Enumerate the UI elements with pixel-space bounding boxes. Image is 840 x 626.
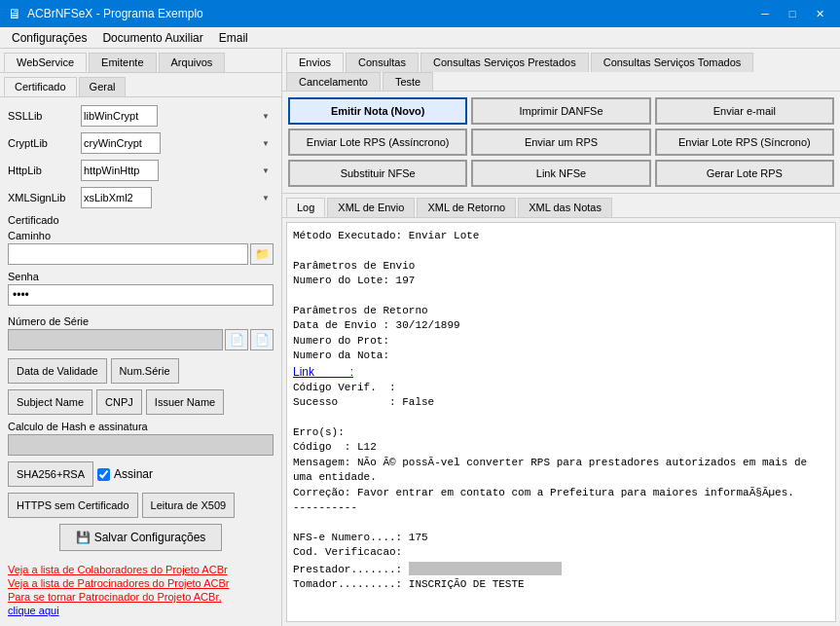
tab-webservice[interactable]: WebService — [4, 53, 87, 72]
minimize-button[interactable]: ─ — [752, 4, 778, 23]
action-buttons-grid: Emitir Nota (Novo) Imprimir DANFSe Envia… — [282, 92, 840, 194]
sha256rsa-btn[interactable]: SHA256+RSA — [8, 461, 93, 487]
xmlsignlib-row: XMLSignLib xsLibXml2 — [8, 187, 274, 208]
tab-cancelamento[interactable]: Cancelamento — [286, 72, 381, 91]
hash-section-label: Calculo de Hash e assinatura — [8, 421, 274, 432]
cryptlib-select[interactable]: cryWinCrypt — [81, 132, 161, 154]
save-config-btn[interactable]: 💾 Salvar Configurações — [59, 524, 223, 551]
httplib-row: HttpLib httpWinHttp — [8, 160, 274, 181]
link-nfse-btn[interactable]: Link NFSe — [471, 160, 650, 187]
numero-serie-input[interactable] — [8, 329, 223, 350]
right-tabs: Envios Consultas Consultas Serviços Pres… — [282, 49, 840, 92]
log-content-area: Método Executado: Enviar Lote Parâmetros… — [286, 222, 836, 622]
tab-consultas-tomados[interactable]: Consultas Serviços Tomados — [591, 53, 754, 72]
senha-input[interactable] — [8, 284, 274, 306]
cryptlib-label: CryptLib — [8, 137, 81, 149]
ssllib-label: SSLLib — [8, 110, 81, 122]
httplib-select[interactable]: httpWinHttp — [81, 160, 159, 181]
subject-name-btn[interactable]: Subject Name — [8, 389, 92, 415]
title-bar-controls: ─ □ ✕ — [752, 4, 832, 23]
tab-consultas-prestados[interactable]: Consultas Serviços Prestados — [420, 53, 589, 72]
menu-configuracoes[interactable]: Configurações — [4, 27, 94, 48]
caminho-label: Caminho — [8, 230, 274, 241]
bottom-links: Veja a lista de Colaboradores do Projeto… — [0, 560, 281, 626]
menu-bar: Configurações Documento Auxiliar Email — [0, 27, 840, 49]
tab-arquivos[interactable]: Arquivos — [159, 53, 226, 72]
xmlsignlib-select[interactable]: xsLibXml2 — [81, 187, 152, 208]
num-serie-btn[interactable]: Num.Série — [111, 358, 179, 384]
subtab-certificado[interactable]: Certificado — [4, 77, 77, 96]
prestador-highlighted — [409, 562, 562, 575]
caminho-row: 📁 — [8, 243, 274, 265]
maximize-button[interactable]: □ — [780, 4, 805, 23]
enviar-email-btn[interactable]: Enviar e-mail — [655, 97, 834, 125]
subject-cnpj-issuer-row: Subject Name CNPJ Issuer Name — [8, 389, 274, 415]
cryptlib-row: CryptLib cryWinCrypt — [8, 132, 274, 154]
enviar-lote-async-btn[interactable]: Enviar Lote RPS (Assíncrono) — [288, 129, 467, 156]
log-tab-log[interactable]: Log — [286, 198, 325, 217]
certificado-section-label: Certificado — [8, 214, 274, 226]
tab-envios[interactable]: Envios — [286, 53, 344, 72]
log-tab-xml-envio[interactable]: XML de Envio — [327, 198, 415, 217]
title-bar: 🖥 ACBrNFSeX - Programa Exemplo ─ □ ✕ — [0, 0, 840, 27]
log-link[interactable]: Link : — [293, 365, 353, 379]
link-tornar-patrocinador[interactable]: Para se tornar Patrocinador do Projeto A… — [8, 591, 274, 603]
httplib-label: HttpLib — [8, 165, 81, 176]
tab-teste[interactable]: Teste — [383, 72, 433, 91]
link-patrocinadores[interactable]: Veja a lista de Patrocinadores do Projet… — [8, 577, 274, 589]
imprimir-danfse-btn[interactable]: Imprimir DANFSe — [471, 97, 650, 125]
left-panel: WebService Emitente Arquivos Certificado… — [0, 49, 282, 626]
log-tab-xml-retorno[interactable]: XML de Retorno — [417, 198, 516, 217]
app-icon: 🖥 — [8, 6, 21, 21]
num-serie-btn1[interactable]: 📄 — [225, 329, 248, 350]
log-tab-xml-notas[interactable]: XML das Notas — [518, 198, 612, 217]
save-icon: 💾 — [76, 531, 91, 544]
title-bar-left: 🖥 ACBrNFSeX - Programa Exemplo — [8, 6, 203, 21]
enviar-lote-sync-btn[interactable]: Enviar Lote RPS (Síncrono) — [655, 129, 834, 156]
right-panel: Envios Consultas Consultas Serviços Pres… — [282, 49, 840, 626]
numero-serie-label: Número de Série — [8, 315, 274, 327]
tab-consultas[interactable]: Consultas — [346, 53, 419, 72]
emitir-nota-btn[interactable]: Emitir Nota (Novo) — [288, 97, 467, 125]
log-tabs: Log XML de Envio XML de Retorno XML das … — [282, 194, 840, 218]
https-sem-cert-btn[interactable]: HTTPS sem Certificado — [8, 493, 138, 518]
left-tabs: WebService Emitente Arquivos — [0, 49, 281, 73]
numero-serie-row: 📄 📄 — [8, 329, 274, 350]
tab-emitente[interactable]: Emitente — [89, 53, 156, 72]
menu-documento-auxiliar[interactable]: Documento Auxiliar — [94, 27, 210, 48]
close-button[interactable]: ✕ — [807, 4, 832, 23]
assinar-checkbox-label: Assinar — [97, 461, 153, 487]
validade-numserie-row: Data de Validade Num.Série — [8, 358, 274, 384]
link-colaboradores[interactable]: Veja a lista de Colaboradores do Projeto… — [8, 564, 274, 575]
cnpj-btn[interactable]: CNPJ — [96, 389, 142, 415]
subtab-geral[interactable]: Geral — [79, 77, 127, 96]
enviar-um-rps-btn[interactable]: Enviar um RPS — [471, 129, 650, 156]
menu-email[interactable]: Email — [211, 27, 256, 48]
https-leitura-row: HTTPS sem Certificado Leitura de X509 — [8, 493, 274, 518]
xmlsignlib-label: XMLSignLib — [8, 192, 81, 203]
senha-label: Senha — [8, 271, 274, 282]
hash-input — [8, 434, 274, 456]
sha-assinar-row: SHA256+RSA Assinar — [8, 461, 274, 487]
caminho-browse-btn[interactable]: 📁 — [250, 243, 274, 265]
sub-tabs: Certificado Geral — [0, 73, 281, 97]
substituir-nfse-btn[interactable]: Substituir NFSe — [288, 160, 467, 187]
caminho-input[interactable] — [8, 243, 248, 265]
title-bar-text: ACBrNFSeX - Programa Exemplo — [27, 7, 203, 20]
leitura-x509-btn[interactable]: Leitura de X509 — [142, 493, 236, 518]
num-serie-btn2[interactable]: 📄 — [250, 329, 274, 350]
link-clique-aqui[interactable]: clique aqui — [8, 605, 274, 616]
main-container: WebService Emitente Arquivos Certificado… — [0, 49, 840, 626]
ssllib-select[interactable]: libWinCrypt — [81, 105, 158, 127]
left-content: SSLLib libWinCrypt CryptLib cryWinCrypt — [0, 97, 281, 560]
ssllib-row: SSLLib libWinCrypt — [8, 105, 274, 127]
issuer-name-btn[interactable]: Issuer Name — [146, 389, 224, 415]
assinar-checkbox[interactable] — [97, 468, 110, 481]
gerar-lote-rps-btn[interactable]: Gerar Lote RPS — [655, 160, 834, 187]
data-validade-btn[interactable]: Data de Validade — [8, 358, 107, 384]
